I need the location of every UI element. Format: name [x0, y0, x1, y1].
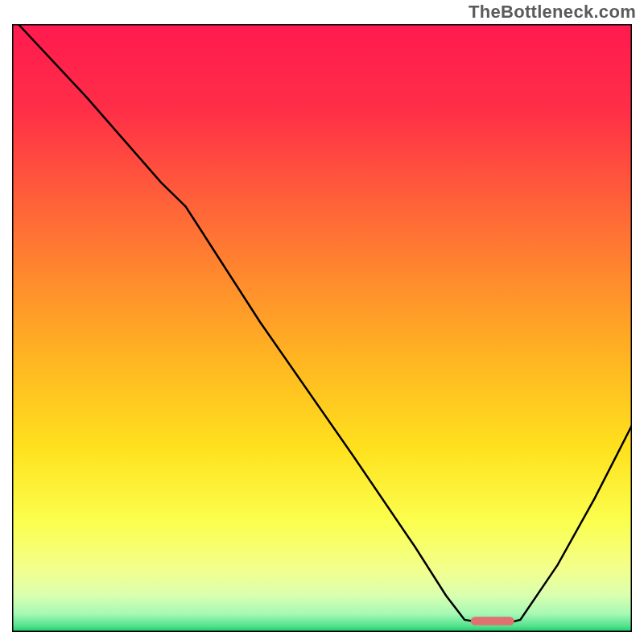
watermark-text: TheBottleneck.com: [469, 2, 636, 23]
optimal-range-marker: [471, 617, 514, 625]
chart-frame: TheBottleneck.com: [0, 0, 644, 644]
bottleneck-chart: [12, 24, 632, 632]
chart-background: [12, 24, 632, 632]
